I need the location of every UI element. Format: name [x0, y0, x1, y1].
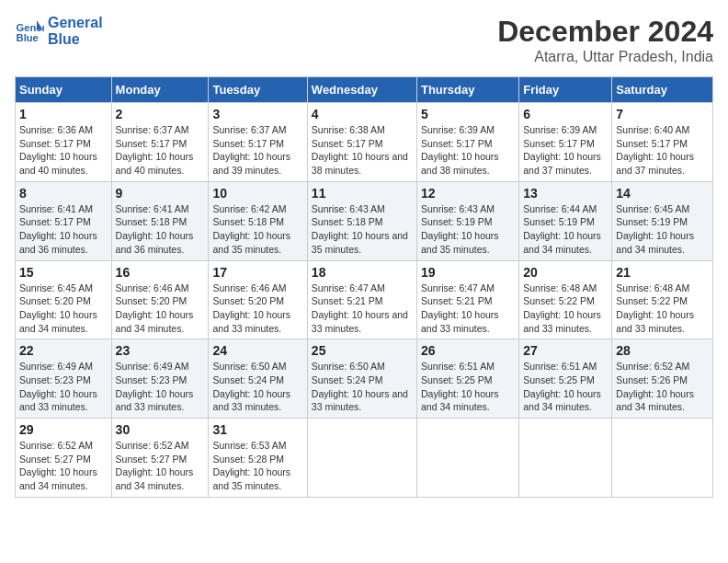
calendar-day-cell: [416, 419, 518, 498]
day-number: 18: [312, 265, 413, 280]
calendar-day-cell: 24 Sunrise: 6:50 AM Sunset: 5:24 PM Dayl…: [209, 339, 307, 419]
calendar-table: SundayMondayTuesdayWednesdayThursdayFrid…: [15, 76, 713, 498]
day-info: Sunrise: 6:39 AM Sunset: 5:17 PM Dayligh…: [421, 123, 515, 178]
day-info: Sunrise: 6:43 AM Sunset: 5:19 PM Dayligh…: [421, 202, 515, 257]
calendar-day-cell: 23 Sunrise: 6:49 AM Sunset: 5:23 PM Dayl…: [111, 339, 209, 419]
calendar-day-cell: 26 Sunrise: 6:51 AM Sunset: 5:25 PM Dayl…: [416, 339, 518, 419]
day-info: Sunrise: 6:51 AM Sunset: 5:25 PM Dayligh…: [421, 360, 515, 414]
weekday-header: Saturday: [612, 77, 713, 103]
day-number: 28: [616, 343, 709, 358]
calendar-day-cell: 3 Sunrise: 6:37 AM Sunset: 5:17 PM Dayli…: [209, 103, 307, 182]
day-number: 2: [116, 107, 205, 121]
calendar-day-cell: 21 Sunrise: 6:48 AM Sunset: 5:22 PM Dayl…: [612, 260, 713, 339]
day-number: 31: [212, 422, 302, 437]
calendar-day-cell: 19 Sunrise: 6:47 AM Sunset: 5:21 PM Dayl…: [416, 260, 518, 339]
calendar-day-cell: 7 Sunrise: 6:40 AM Sunset: 5:17 PM Dayli…: [612, 103, 713, 182]
calendar-week-row: 15 Sunrise: 6:45 AM Sunset: 5:20 PM Dayl…: [16, 260, 713, 339]
day-info: Sunrise: 6:49 AM Sunset: 5:23 PM Dayligh…: [116, 360, 205, 414]
calendar-day-cell: 31 Sunrise: 6:53 AM Sunset: 5:28 PM Dayl…: [209, 419, 307, 498]
day-info: Sunrise: 6:48 AM Sunset: 5:22 PM Dayligh…: [523, 282, 608, 336]
weekday-header: Wednesday: [307, 77, 416, 103]
calendar-day-cell: 22 Sunrise: 6:49 AM Sunset: 5:23 PM Dayl…: [16, 339, 112, 419]
weekday-header: Sunday: [16, 77, 112, 103]
calendar-day-cell: 15 Sunrise: 6:45 AM Sunset: 5:20 PM Dayl…: [16, 260, 112, 339]
day-number: 1: [19, 107, 108, 121]
calendar-week-row: 29 Sunrise: 6:52 AM Sunset: 5:27 PM Dayl…: [16, 419, 713, 498]
weekday-header: Thursday: [416, 77, 518, 103]
location-title: Atarra, Uttar Pradesh, India: [497, 49, 713, 65]
day-info: Sunrise: 6:49 AM Sunset: 5:23 PM Dayligh…: [19, 360, 108, 414]
day-number: 13: [523, 186, 608, 201]
calendar-day-cell: 29 Sunrise: 6:52 AM Sunset: 5:27 PM Dayl…: [16, 419, 112, 498]
day-number: 26: [421, 343, 515, 358]
day-info: Sunrise: 6:46 AM Sunset: 5:20 PM Dayligh…: [116, 282, 205, 336]
day-info: Sunrise: 6:47 AM Sunset: 5:21 PM Dayligh…: [421, 282, 515, 336]
day-number: 12: [421, 186, 515, 201]
calendar-week-row: 1 Sunrise: 6:36 AM Sunset: 5:17 PM Dayli…: [16, 103, 713, 182]
day-info: Sunrise: 6:41 AM Sunset: 5:17 PM Dayligh…: [19, 202, 108, 257]
calendar-week-row: 22 Sunrise: 6:49 AM Sunset: 5:23 PM Dayl…: [16, 339, 713, 419]
day-number: 4: [312, 107, 413, 121]
calendar-day-cell: [519, 419, 612, 498]
day-info: Sunrise: 6:37 AM Sunset: 5:17 PM Dayligh…: [212, 123, 302, 178]
calendar-day-cell: [307, 419, 416, 498]
day-info: Sunrise: 6:40 AM Sunset: 5:17 PM Dayligh…: [616, 123, 709, 178]
weekday-header: Monday: [111, 77, 209, 103]
weekday-header: Tuesday: [209, 77, 307, 103]
calendar-day-cell: 11 Sunrise: 6:43 AM Sunset: 5:18 PM Dayl…: [307, 181, 416, 260]
calendar-day-cell: 8 Sunrise: 6:41 AM Sunset: 5:17 PM Dayli…: [16, 181, 112, 260]
page-header: General Blue General Blue December 2024 …: [15, 15, 713, 65]
calendar-day-cell: 17 Sunrise: 6:46 AM Sunset: 5:20 PM Dayl…: [209, 260, 307, 339]
day-number: 30: [116, 422, 205, 437]
day-number: 8: [19, 186, 108, 201]
calendar-day-cell: 27 Sunrise: 6:51 AM Sunset: 5:25 PM Dayl…: [519, 339, 612, 419]
day-number: 15: [19, 265, 108, 280]
day-info: Sunrise: 6:38 AM Sunset: 5:17 PM Dayligh…: [312, 123, 413, 178]
day-number: 19: [421, 265, 515, 280]
calendar-day-cell: 18 Sunrise: 6:47 AM Sunset: 5:21 PM Dayl…: [307, 260, 416, 339]
day-info: Sunrise: 6:43 AM Sunset: 5:18 PM Dayligh…: [312, 202, 413, 257]
calendar-day-cell: 30 Sunrise: 6:52 AM Sunset: 5:27 PM Dayl…: [111, 419, 209, 498]
calendar-day-cell: 6 Sunrise: 6:39 AM Sunset: 5:17 PM Dayli…: [519, 103, 612, 182]
day-info: Sunrise: 6:51 AM Sunset: 5:25 PM Dayligh…: [523, 360, 608, 414]
weekday-header-row: SundayMondayTuesdayWednesdayThursdayFrid…: [16, 77, 713, 103]
day-number: 3: [212, 107, 302, 121]
day-info: Sunrise: 6:45 AM Sunset: 5:20 PM Dayligh…: [19, 282, 108, 336]
day-number: 10: [212, 186, 302, 201]
day-info: Sunrise: 6:48 AM Sunset: 5:22 PM Dayligh…: [616, 282, 709, 336]
day-info: Sunrise: 6:37 AM Sunset: 5:17 PM Dayligh…: [116, 123, 205, 178]
day-info: Sunrise: 6:50 AM Sunset: 5:24 PM Dayligh…: [212, 360, 302, 414]
day-number: 20: [523, 265, 608, 280]
weekday-header: Friday: [519, 77, 612, 103]
day-number: 25: [312, 343, 413, 358]
day-number: 11: [312, 186, 413, 201]
calendar-day-cell: 13 Sunrise: 6:44 AM Sunset: 5:19 PM Dayl…: [519, 181, 612, 260]
day-number: 22: [19, 343, 108, 358]
calendar-day-cell: 1 Sunrise: 6:36 AM Sunset: 5:17 PM Dayli…: [16, 103, 112, 182]
day-number: 29: [19, 422, 108, 437]
day-number: 9: [116, 186, 205, 201]
calendar-day-cell: 2 Sunrise: 6:37 AM Sunset: 5:17 PM Dayli…: [111, 103, 209, 182]
calendar-day-cell: 5 Sunrise: 6:39 AM Sunset: 5:17 PM Dayli…: [416, 103, 518, 182]
calendar-day-cell: [612, 419, 713, 498]
day-number: 17: [212, 265, 302, 280]
day-number: 23: [116, 343, 205, 358]
day-info: Sunrise: 6:52 AM Sunset: 5:26 PM Dayligh…: [616, 360, 709, 414]
day-info: Sunrise: 6:46 AM Sunset: 5:20 PM Dayligh…: [212, 282, 302, 336]
calendar-day-cell: 10 Sunrise: 6:42 AM Sunset: 5:18 PM Dayl…: [209, 181, 307, 260]
calendar-day-cell: 20 Sunrise: 6:48 AM Sunset: 5:22 PM Dayl…: [519, 260, 612, 339]
day-number: 16: [116, 265, 205, 280]
day-info: Sunrise: 6:41 AM Sunset: 5:18 PM Dayligh…: [116, 202, 205, 257]
day-info: Sunrise: 6:53 AM Sunset: 5:28 PM Dayligh…: [212, 439, 302, 493]
calendar-week-row: 8 Sunrise: 6:41 AM Sunset: 5:17 PM Dayli…: [16, 181, 713, 260]
day-info: Sunrise: 6:44 AM Sunset: 5:19 PM Dayligh…: [523, 202, 608, 257]
day-number: 5: [421, 107, 515, 121]
logo-icon: General Blue: [15, 17, 44, 46]
day-number: 6: [523, 107, 608, 121]
day-info: Sunrise: 6:36 AM Sunset: 5:17 PM Dayligh…: [19, 123, 108, 178]
day-number: 21: [616, 265, 709, 280]
day-info: Sunrise: 6:52 AM Sunset: 5:27 PM Dayligh…: [116, 439, 205, 493]
day-number: 24: [212, 343, 302, 358]
calendar-day-cell: 4 Sunrise: 6:38 AM Sunset: 5:17 PM Dayli…: [307, 103, 416, 182]
day-info: Sunrise: 6:45 AM Sunset: 5:19 PM Dayligh…: [616, 202, 709, 257]
